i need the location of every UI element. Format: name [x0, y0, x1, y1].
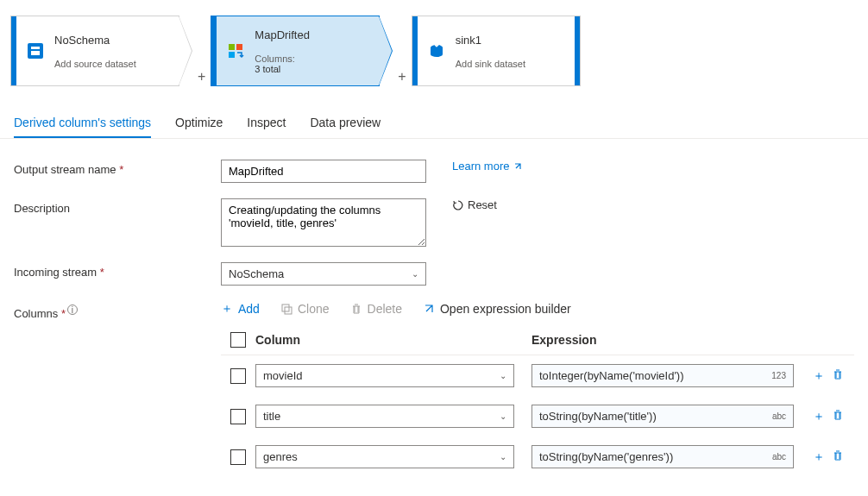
add-step-button[interactable]: + [198, 69, 205, 85]
flow-canvas: NoSchema Add source dataset + MapDrifted… [0, 0, 868, 102]
open-expression-button[interactable]: Open expression builder [423, 301, 571, 317]
svg-rect-7 [282, 305, 289, 311]
description-label: Description [14, 198, 221, 215]
delete-row-button[interactable] [832, 409, 844, 424]
flow-node-sink[interactable]: sink1 Add sink dataset [412, 16, 581, 86]
select-all-checkbox[interactable] [230, 332, 246, 348]
node-subtitle: Add source dataset [54, 59, 172, 69]
delete-row-button[interactable] [832, 368, 844, 384]
column-header: Column [255, 333, 531, 347]
node-accent [211, 16, 217, 85]
incoming-stream-select[interactable]: NoSchema ⌄ [221, 262, 426, 286]
table-row: movieId ⌄ toInteger(byName('movieId')) 1… [221, 355, 854, 396]
expression-header: Expression [531, 333, 802, 347]
add-row-button[interactable]: ＋ [813, 449, 825, 465]
chevron-down-icon: ⌄ [500, 371, 506, 380]
output-stream-label: Output stream name * [14, 160, 221, 176]
learn-more-link[interactable]: Learn more [452, 160, 523, 173]
source-icon [23, 39, 47, 63]
tab-settings[interactable]: Derived column's settings [14, 109, 151, 138]
svg-rect-4 [236, 44, 242, 50]
delete-button[interactable]: Delete [350, 301, 402, 317]
type-badge: abc [772, 411, 786, 421]
column-name-input[interactable]: movieId ⌄ [255, 364, 514, 387]
clone-icon [280, 303, 292, 315]
chevron-down-icon: ⌄ [412, 269, 418, 279]
external-link-icon [423, 303, 435, 315]
reset-button[interactable]: Reset [452, 198, 497, 211]
add-column-button[interactable]: ＋ Add [221, 301, 260, 317]
svg-rect-5 [229, 52, 235, 58]
tab-optimize[interactable]: Optimize [175, 109, 223, 138]
svg-rect-8 [285, 307, 292, 314]
incoming-stream-label: Incoming stream * [14, 262, 221, 279]
svg-rect-1 [31, 47, 40, 49]
svg-rect-3 [229, 44, 235, 50]
node-subvalue: 3 total [255, 64, 372, 74]
node-subtitle: Add sink dataset [456, 59, 568, 69]
sink-icon [425, 39, 449, 63]
node-arrow [379, 16, 393, 86]
flow-node-source[interactable]: NoSchema Add source dataset [10, 16, 179, 86]
add-row-button[interactable]: ＋ [813, 368, 825, 384]
node-accent [575, 16, 580, 85]
row-checkbox[interactable] [230, 409, 246, 424]
table-header: Column Expression [221, 325, 854, 355]
info-icon[interactable]: i [67, 305, 78, 315]
tab-inspect[interactable]: Inspect [247, 109, 286, 138]
external-link-icon [513, 161, 523, 172]
add-row-button[interactable]: ＋ [813, 409, 825, 424]
add-step-button[interactable]: + [398, 69, 406, 85]
node-accent [11, 16, 16, 85]
trash-icon [350, 303, 362, 315]
trash-icon [832, 368, 844, 380]
tab-preview[interactable]: Data preview [310, 109, 381, 138]
type-badge: abc [772, 452, 786, 461]
columns-label: Columns *i [14, 301, 221, 320]
table-row: title ⌄ toString(byName('title')) abc ＋ [221, 396, 854, 436]
node-title: NoSchema [54, 34, 172, 47]
type-badge: 123 [771, 371, 786, 380]
row-checkbox[interactable] [230, 368, 246, 384]
output-stream-input[interactable] [221, 160, 426, 183]
expression-input[interactable]: toString(byName('title')) abc [531, 405, 794, 428]
clone-button[interactable]: Clone [280, 301, 330, 317]
node-sublabel: Columns: [255, 53, 372, 64]
expression-input[interactable]: toInteger(byName('movieId')) 123 [531, 364, 794, 387]
column-toolbar: ＋ Add Clone Delete Open expression build… [221, 301, 854, 325]
chevron-down-icon: ⌄ [500, 411, 506, 421]
chevron-down-icon: ⌄ [500, 452, 506, 461]
svg-rect-2 [31, 51, 40, 55]
settings-panel: Output stream name * Learn more Descript… [0, 139, 868, 496]
delete-row-button[interactable] [832, 449, 844, 465]
row-checkbox[interactable] [230, 449, 246, 465]
node-accent [412, 16, 418, 85]
table-row: genres ⌄ toString(byName('genres')) abc … [221, 436, 854, 477]
trash-icon [832, 449, 844, 461]
flow-node-derived[interactable]: MapDrifted Columns: 3 total [211, 16, 380, 86]
node-title: MapDrifted [255, 28, 372, 41]
plus-icon: ＋ [221, 301, 233, 317]
column-name-input[interactable]: genres ⌄ [255, 445, 514, 468]
reset-icon [452, 199, 464, 211]
columns-table: Column Expression movieId ⌄ [221, 325, 854, 477]
column-name-input[interactable]: title ⌄ [255, 405, 514, 428]
description-input[interactable]: Creating/updating the columns 'movieId, … [221, 198, 426, 247]
expression-input[interactable]: toString(byName('genres')) abc [531, 445, 794, 468]
node-arrow [179, 16, 192, 86]
node-title: sink1 [456, 34, 568, 47]
derived-icon [223, 39, 248, 63]
trash-icon [832, 409, 844, 421]
settings-tabs: Derived column's settings Optimize Inspe… [0, 102, 868, 139]
